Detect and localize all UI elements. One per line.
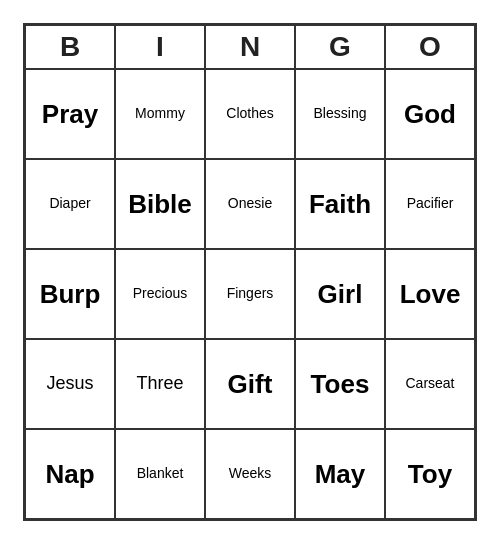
bingo-cell-4-0: Nap (25, 429, 115, 519)
bingo-card: BINGO PrayMommyClothesBlessingGodDiaperB… (23, 23, 477, 521)
cell-text-1-1: Bible (128, 190, 192, 219)
header-letter-g: G (295, 25, 385, 69)
cell-text-1-0: Diaper (49, 196, 90, 211)
bingo-cell-1-2: Onesie (205, 159, 295, 249)
bingo-cell-0-3: Blessing (295, 69, 385, 159)
cell-text-1-2: Onesie (228, 196, 272, 211)
cell-text-4-1: Blanket (137, 466, 184, 481)
bingo-cell-2-0: Burp (25, 249, 115, 339)
bingo-cell-1-0: Diaper (25, 159, 115, 249)
cell-text-3-1: Three (136, 374, 183, 394)
cell-text-0-3: Blessing (314, 106, 367, 121)
bingo-cell-2-1: Precious (115, 249, 205, 339)
bingo-cell-4-1: Blanket (115, 429, 205, 519)
cell-text-1-4: Pacifier (407, 196, 454, 211)
cell-text-2-2: Fingers (227, 286, 274, 301)
bingo-row-1: DiaperBibleOnesieFaithPacifier (25, 159, 475, 249)
cell-text-3-4: Carseat (405, 376, 454, 391)
cell-text-2-0: Burp (40, 280, 101, 309)
cell-text-3-2: Gift (228, 370, 273, 399)
bingo-row-0: PrayMommyClothesBlessingGod (25, 69, 475, 159)
bingo-cell-0-4: God (385, 69, 475, 159)
bingo-cell-0-2: Clothes (205, 69, 295, 159)
cell-text-0-1: Mommy (135, 106, 185, 121)
bingo-cell-0-0: Pray (25, 69, 115, 159)
bingo-cell-3-2: Gift (205, 339, 295, 429)
bingo-header: BINGO (25, 25, 475, 69)
bingo-row-2: BurpPreciousFingersGirlLove (25, 249, 475, 339)
bingo-cell-2-3: Girl (295, 249, 385, 339)
bingo-cell-1-1: Bible (115, 159, 205, 249)
bingo-cell-1-3: Faith (295, 159, 385, 249)
header-letter-o: O (385, 25, 475, 69)
header-letter-b: B (25, 25, 115, 69)
bingo-cell-2-4: Love (385, 249, 475, 339)
bingo-cell-3-0: Jesus (25, 339, 115, 429)
cell-text-3-0: Jesus (46, 374, 93, 394)
bingo-row-4: NapBlanketWeeksMayToy (25, 429, 475, 519)
cell-text-4-2: Weeks (229, 466, 272, 481)
cell-text-0-0: Pray (42, 100, 98, 129)
cell-text-3-3: Toes (311, 370, 370, 399)
bingo-cell-3-4: Carseat (385, 339, 475, 429)
bingo-grid: PrayMommyClothesBlessingGodDiaperBibleOn… (25, 69, 475, 519)
cell-text-2-3: Girl (318, 280, 363, 309)
bingo-cell-4-3: May (295, 429, 385, 519)
cell-text-4-4: Toy (408, 460, 452, 489)
cell-text-0-2: Clothes (226, 106, 273, 121)
bingo-cell-1-4: Pacifier (385, 159, 475, 249)
header-letter-n: N (205, 25, 295, 69)
bingo-cell-4-4: Toy (385, 429, 475, 519)
cell-text-4-0: Nap (45, 460, 94, 489)
header-letter-i: I (115, 25, 205, 69)
cell-text-1-3: Faith (309, 190, 371, 219)
cell-text-0-4: God (404, 100, 456, 129)
cell-text-2-4: Love (400, 280, 461, 309)
bingo-cell-0-1: Mommy (115, 69, 205, 159)
bingo-row-3: JesusThreeGiftToesCarseat (25, 339, 475, 429)
cell-text-4-3: May (315, 460, 366, 489)
bingo-cell-2-2: Fingers (205, 249, 295, 339)
cell-text-2-1: Precious (133, 286, 187, 301)
bingo-cell-3-3: Toes (295, 339, 385, 429)
bingo-cell-4-2: Weeks (205, 429, 295, 519)
bingo-cell-3-1: Three (115, 339, 205, 429)
